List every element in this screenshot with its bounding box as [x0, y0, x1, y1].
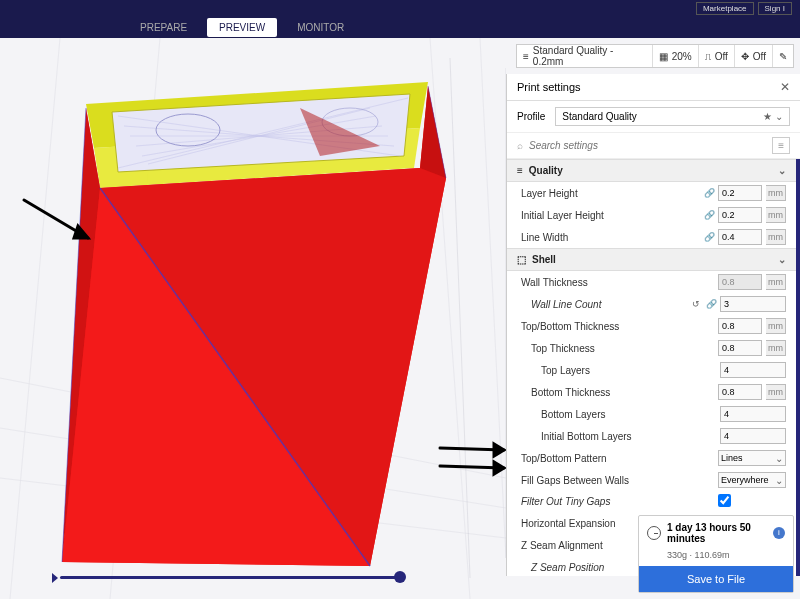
search-icon: ⌕ [517, 140, 523, 151]
svg-line-5 [430, 38, 470, 599]
profile-select[interactable]: Standard Quality ★ ⌄ [555, 107, 790, 126]
row-wall-line-count: Wall Line Count ↺ 🔗 [507, 293, 796, 315]
section-quality[interactable]: ≡Quality ⌄ [507, 159, 796, 182]
stage-tabs: PREPARE PREVIEW MONITOR [0, 16, 800, 38]
row-top-thickness: Top Thickness mm [507, 337, 796, 359]
select-fill-gaps[interactable]: Everywhere⌄ [718, 472, 786, 488]
quick-profile: Standard Quality - 0.2mm [533, 45, 646, 67]
label-layer-height: Layer Height [521, 188, 700, 199]
svg-line-8 [450, 58, 470, 578]
save-to-file-button[interactable]: Save to File [639, 566, 793, 592]
label-initial-layer-height: Initial Layer Height [521, 210, 700, 221]
chevron-down-icon: ⌄ [778, 165, 786, 176]
unit-mm: mm [766, 340, 786, 356]
input-initial-bottom-layers[interactable] [720, 428, 786, 444]
info-icon[interactable]: i [773, 527, 785, 539]
tab-preview[interactable]: PREVIEW [207, 18, 277, 37]
label-top-layers: Top Layers [541, 365, 716, 376]
row-bottom-thickness: Bottom Thickness mm [507, 381, 796, 403]
profile-value: Standard Quality [562, 111, 637, 122]
row-top-bottom-thickness: Top/Bottom Thickness mm [507, 315, 796, 337]
input-bottom-thickness[interactable] [718, 384, 762, 400]
hamburger-icon[interactable]: ≡ [772, 137, 790, 154]
slider-handle[interactable] [394, 571, 406, 583]
layers-icon: ≡ [523, 51, 529, 62]
edit-icon[interactable]: ✎ [779, 51, 787, 62]
quick-infill: 20% [672, 51, 692, 62]
input-wall-line-count[interactable] [720, 296, 786, 312]
link-icon[interactable]: 🔗 [704, 232, 714, 242]
adhesion-icon: ✥ [741, 51, 749, 62]
input-initial-layer-height[interactable] [718, 207, 762, 223]
unit-mm: mm [766, 274, 786, 290]
label-top-bottom-thickness: Top/Bottom Thickness [521, 321, 714, 332]
signin-button[interactable]: Sign I [758, 2, 792, 15]
play-icon [52, 573, 58, 583]
input-line-width[interactable] [718, 229, 762, 245]
row-fill-gaps: Fill Gaps Between Walls Everywhere⌄ [507, 469, 796, 491]
chevron-down-icon: ⌄ [775, 111, 783, 122]
section-shell-label: Shell [532, 254, 556, 265]
unit-mm: mm [766, 185, 786, 201]
link-icon[interactable]: 🔗 [704, 210, 714, 220]
row-wall-thickness: Wall Thickness mm [507, 271, 796, 293]
unit-mm: mm [766, 384, 786, 400]
input-layer-height[interactable] [718, 185, 762, 201]
tab-monitor[interactable]: MONITOR [297, 22, 344, 33]
svg-line-3 [10, 38, 60, 599]
label-bottom-layers: Bottom Layers [541, 409, 716, 420]
label-top-thickness: Top Thickness [531, 343, 714, 354]
quick-support: Off [715, 51, 728, 62]
input-top-bottom-thickness[interactable] [718, 318, 762, 334]
input-wall-thickness[interactable] [718, 274, 762, 290]
input-top-thickness[interactable] [718, 340, 762, 356]
infill-icon: ▦ [659, 51, 668, 62]
input-bottom-layers[interactable] [720, 406, 786, 422]
print-settings-panel: Print settings ✕ Profile Standard Qualit… [506, 74, 800, 576]
row-initial-layer-height: Initial Layer Height 🔗 mm [507, 204, 796, 226]
row-layer-height: Layer Height 🔗 mm [507, 182, 796, 204]
quick-settings-bar[interactable]: ≡Standard Quality - 0.2mm ▦20% ⎍Off ✥Off… [516, 44, 794, 68]
link-icon[interactable]: 🔗 [704, 188, 714, 198]
label-wall-line-count: Wall Line Count [531, 299, 688, 310]
input-top-layers[interactable] [720, 362, 786, 378]
label-initial-bottom-layers: Initial Bottom Layers [541, 431, 716, 442]
material-usage: 330g · 110.69m [639, 550, 793, 566]
print-time: 1 day 13 hours 50 minutes [667, 522, 767, 544]
reset-icon[interactable]: ↺ [692, 299, 702, 309]
link-icon[interactable]: 🔗 [706, 299, 716, 309]
layer-slider[interactable] [60, 576, 400, 579]
tab-prepare[interactable]: PREPARE [140, 22, 187, 33]
label-line-width: Line Width [521, 232, 700, 243]
close-icon[interactable]: ✕ [780, 80, 790, 94]
unit-mm: mm [766, 207, 786, 223]
star-icon[interactable]: ★ [763, 111, 772, 122]
panel-title: Print settings [517, 81, 581, 93]
marketplace-button[interactable]: Marketplace [696, 2, 754, 15]
section-shell[interactable]: ⬚Shell ⌄ [507, 248, 796, 271]
quick-adhesion: Off [753, 51, 766, 62]
label-top-bottom-pattern: Top/Bottom Pattern [521, 453, 714, 464]
search-input[interactable] [529, 140, 766, 151]
label-wall-thickness: Wall Thickness [521, 277, 714, 288]
clock-icon [647, 526, 661, 540]
select-top-bottom-pattern[interactable]: Lines⌄ [718, 450, 786, 466]
svg-line-6 [480, 38, 506, 558]
row-filter-tiny-gaps: Filter Out Tiny Gaps [507, 491, 796, 512]
support-icon: ⎍ [705, 51, 711, 62]
preview-viewport[interactable] [0, 38, 506, 599]
check-filter-tiny-gaps[interactable] [718, 494, 786, 509]
chevron-down-icon: ⌄ [778, 254, 786, 265]
section-quality-label: Quality [529, 165, 563, 176]
unit-mm: mm [766, 318, 786, 334]
row-bottom-layers: Bottom Layers [507, 403, 796, 425]
label-bottom-thickness: Bottom Thickness [531, 387, 714, 398]
print-info-box: 1 day 13 hours 50 minutes i 330g · 110.6… [638, 515, 794, 593]
quality-section-icon: ≡ [517, 165, 523, 176]
unit-mm: mm [766, 229, 786, 245]
shell-section-icon: ⬚ [517, 254, 526, 265]
row-line-width: Line Width 🔗 mm [507, 226, 796, 248]
row-top-layers: Top Layers [507, 359, 796, 381]
profile-label: Profile [517, 111, 545, 122]
label-fill-gaps: Fill Gaps Between Walls [521, 475, 714, 486]
